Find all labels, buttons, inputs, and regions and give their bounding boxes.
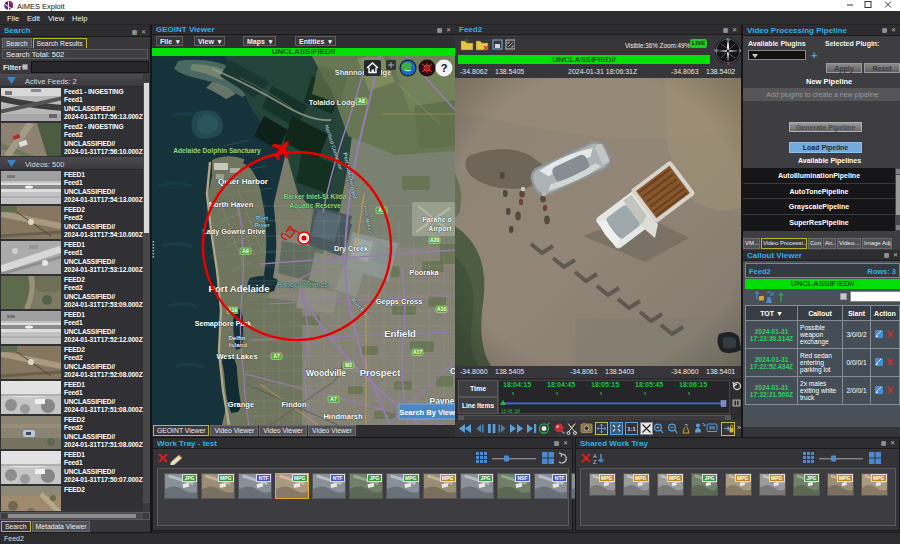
svg-text:Shannon Lodge: Shannon Lodge (335, 68, 392, 77)
svg-text:1:1: 1:1 (627, 426, 636, 432)
svg-text:M2: M2 (345, 362, 352, 368)
svg-text:Airport: Airport (428, 225, 452, 233)
svg-text:Grange: Grange (228, 400, 254, 409)
svg-text:A8: A8 (358, 98, 365, 104)
svg-text:Enfield: Enfield (384, 328, 416, 339)
svg-text:Aquatic Reserve: Aquatic Reserve (289, 202, 341, 210)
svg-text:A20: A20 (430, 237, 439, 243)
svg-text:Z: Z (593, 459, 597, 465)
svg-text:A16: A16 (437, 306, 446, 312)
svg-text:Pooraka: Pooraka (409, 268, 439, 277)
svg-text:Range Wetlands: Range Wetlands (278, 281, 329, 289)
svg-text:?: ? (441, 62, 448, 74)
svg-text:Gepps Cross: Gepps Cross (376, 297, 423, 306)
svg-text:W: W (714, 48, 718, 53)
svg-text:Woodville: Woodville (306, 368, 346, 378)
svg-text:Lady Gowrie Drive: Lady Gowrie Drive (202, 227, 265, 236)
svg-text:N: N (727, 37, 730, 42)
svg-text:Parafie d: Parafie d (422, 216, 452, 223)
svg-text:Hindmarsh: Hindmarsh (323, 412, 363, 421)
svg-text:Adelaide Dolphin Sanctuary: Adelaide Dolphin Sanctuary (173, 147, 261, 155)
svg-text:Search By View: Search By View (399, 408, 455, 417)
svg-text:Prospect: Prospect (360, 367, 401, 378)
svg-text:West Lakes: West Lakes (216, 352, 257, 361)
svg-text:?: ? (684, 423, 687, 429)
svg-text:Island: Island (229, 341, 247, 348)
svg-text:Delfin: Delfin (228, 334, 245, 341)
svg-text:Dry Creek: Dry Creek (334, 244, 368, 253)
svg-text:Port Adelaide: Port Adelaide (209, 283, 270, 294)
svg-text:Findon: Findon (282, 400, 307, 409)
svg-text:A9: A9 (242, 248, 249, 254)
svg-text:Tolaldo Lodge: Tolaldo Lodge (309, 98, 360, 107)
svg-text:Barker Inlet-St Kilda: Barker Inlet-St Kilda (283, 193, 346, 200)
svg-text:Port: Port (256, 215, 268, 221)
svg-text:A7: A7 (330, 396, 337, 402)
svg-text:A7: A7 (273, 353, 280, 359)
svg-text:18:48..08: 18:48..08 (501, 409, 520, 414)
svg-text:A17: A17 (413, 349, 422, 355)
